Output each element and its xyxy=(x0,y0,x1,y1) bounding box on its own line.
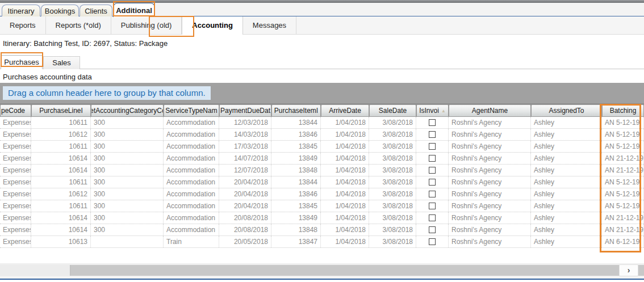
cell-purchaselinei: 10611 xyxy=(31,176,91,188)
table-row[interactable]: Expenses10614300Accommodation12/07/20181… xyxy=(0,165,644,176)
column-header-batching[interactable]: Batching xyxy=(602,104,644,117)
table-row[interactable]: Expenses10614300Accommodation20/08/20181… xyxy=(0,224,644,236)
cell-assignedto: Ashley xyxy=(531,236,602,247)
cell-agentname: Roshni's Agency xyxy=(449,165,531,176)
table-row[interactable]: Expenses10612300Accommodation20/04/20181… xyxy=(0,188,644,200)
isinvoiced-checkbox[interactable] xyxy=(429,167,436,174)
column-header-purchaseitemi[interactable]: PurchaseItemI xyxy=(271,104,321,117)
column-header-purchaselinei[interactable]: PurchaseLineI xyxy=(31,104,91,117)
column-header-isinvoi[interactable]: IsInvoi▲ xyxy=(416,104,449,117)
cell-arrivedate: 1/04/2018 xyxy=(321,200,369,212)
column-header-label: PurchaseItemI xyxy=(274,107,318,115)
cell-agentname: Roshni's Agency xyxy=(449,236,531,247)
tab-sales[interactable]: Sales xyxy=(43,56,80,69)
horizontal-scrollbar[interactable]: › xyxy=(0,263,644,277)
cell-netaccountingcategorycod: 300 xyxy=(91,212,164,224)
cell-agentname: Roshni's Agency xyxy=(449,200,531,212)
subtab-messages[interactable]: Messages xyxy=(243,16,296,34)
main-tab-strip: ItineraryBookingsClientsAdditional xyxy=(0,3,644,16)
column-header-agentname[interactable]: AgentName xyxy=(449,104,531,117)
column-header-label: AssignedTo xyxy=(549,107,584,115)
grid-caption: Purchases accounting data xyxy=(3,73,92,81)
cell-arrivedate: 1/04/2018 xyxy=(321,236,369,247)
cell-saledate: 3/08/2018 xyxy=(369,236,416,247)
cell-servicetypenam: Accommodation xyxy=(164,212,219,224)
tab-bookings[interactable]: Bookings xyxy=(41,5,79,16)
isinvoiced-checkbox[interactable] xyxy=(429,131,436,138)
cell-batching: AN 21-12-19 xyxy=(602,165,644,176)
cell-isinvoi xyxy=(416,176,449,188)
tab-itinerary[interactable]: Itinerary xyxy=(2,5,40,16)
tab-clients[interactable]: Clients xyxy=(80,5,112,16)
cell-pecode: Expenses xyxy=(0,188,31,200)
isinvoiced-checkbox[interactable] xyxy=(429,119,436,126)
table-row[interactable]: Expenses10614300Accommodation20/08/20181… xyxy=(0,212,644,224)
cell-pecode: Expenses xyxy=(0,129,31,140)
isinvoiced-checkbox[interactable] xyxy=(429,203,436,209)
cell-paymentduedat: 20/04/2018 xyxy=(219,200,271,212)
isinvoiced-checkbox[interactable] xyxy=(429,238,436,245)
column-header-saledate[interactable]: SaleDate xyxy=(369,104,416,117)
table-row[interactable]: Expenses10613Train20/05/2018138471/04/20… xyxy=(0,236,644,248)
column-header-assignedto[interactable]: AssignedTo xyxy=(531,104,602,117)
cell-batching: AN 5-12-19 xyxy=(602,141,644,152)
table-row[interactable]: Expenses10611300Accommodation20/04/20181… xyxy=(0,176,644,188)
cell-assignedto: Ashley xyxy=(531,153,602,164)
cell-batching: AN 5-12-19 xyxy=(602,117,644,128)
cell-purchaseitemi: 13844 xyxy=(271,117,321,128)
cell-isinvoi xyxy=(416,129,449,140)
isinvoiced-checkbox[interactable] xyxy=(429,179,436,186)
scrollbar-thumb[interactable] xyxy=(0,265,70,276)
window-bottom-edge xyxy=(0,279,644,280)
cell-batching: AN 5-12-19 xyxy=(602,200,644,212)
tab-purchases[interactable]: Purchases xyxy=(1,55,43,69)
cell-purchaselinei: 10613 xyxy=(31,236,91,247)
cell-purchaselinei: 10612 xyxy=(31,188,91,200)
cell-pecode: Expenses xyxy=(0,200,31,212)
cell-purchaselinei: 10614 xyxy=(31,212,91,224)
cell-netaccountingcategorycod: 300 xyxy=(91,117,164,128)
cell-pecode: Expenses xyxy=(0,224,31,235)
cell-batching: AN 21-12-19 xyxy=(602,224,644,235)
table-row[interactable]: Expenses10611300Accommodation17/03/20181… xyxy=(0,141,644,153)
cell-arrivedate: 1/04/2018 xyxy=(321,117,369,128)
subtab-accounting[interactable]: Accounting xyxy=(182,16,243,35)
table-row[interactable]: Expenses10611300Accommodation12/03/20181… xyxy=(0,117,644,129)
cell-batching: AN 21-12-19 xyxy=(602,153,644,164)
subtab-publishing-old[interactable]: Publishing (old) xyxy=(111,16,182,34)
column-header-label: Batching xyxy=(610,107,637,115)
cell-arrivedate: 1/04/2018 xyxy=(321,188,369,200)
cell-arrivedate: 1/04/2018 xyxy=(321,212,369,224)
cell-arrivedate: 1/04/2018 xyxy=(321,165,369,176)
isinvoiced-checkbox[interactable] xyxy=(429,191,436,197)
subtab-reports[interactable]: Reports xyxy=(0,16,46,34)
tab-additional[interactable]: Additional xyxy=(113,3,155,17)
table-row[interactable]: Expenses10612300Accommodation14/03/20181… xyxy=(0,129,644,141)
scrollbar-track[interactable] xyxy=(0,265,644,276)
cell-isinvoi xyxy=(416,236,449,247)
cell-agentname: Roshni's Agency xyxy=(449,129,531,140)
column-header-arrivedate[interactable]: ArriveDate xyxy=(321,104,369,117)
cell-isinvoi xyxy=(416,153,449,164)
isinvoiced-checkbox[interactable] xyxy=(429,143,436,150)
isinvoiced-checkbox[interactable] xyxy=(429,155,436,162)
column-header-servicetypenam[interactable]: ServiceTypeNam xyxy=(164,104,219,117)
cell-batching: AN 21-12-19 xyxy=(602,212,644,224)
scroll-right-button[interactable]: › xyxy=(619,264,638,276)
cell-saledate: 3/08/2018 xyxy=(369,212,416,224)
grid-header-row: peCodePurchaseLineINetAccountingCategory… xyxy=(0,103,644,117)
cell-netaccountingcategorycod: 300 xyxy=(91,224,164,235)
column-header-pecode[interactable]: peCode xyxy=(0,104,31,117)
cell-servicetypenam: Accommodation xyxy=(164,176,219,188)
cell-purchaseitemi: 13845 xyxy=(271,200,321,212)
subtab-reports-old[interactable]: Reports (*old) xyxy=(46,16,111,34)
cell-purchaseitemi: 13847 xyxy=(271,236,321,247)
table-row[interactable]: Expenses10611300Accommodation20/04/20181… xyxy=(0,200,644,212)
cell-batching: AN 5-12-19 xyxy=(602,129,644,140)
group-by-panel[interactable]: Drag a column header here to group by th… xyxy=(0,83,644,103)
table-row[interactable]: Expenses10614300Accommodation14/07/20181… xyxy=(0,153,644,165)
column-header-netaccountingcategorycod[interactable]: NetAccountingCategoryCod xyxy=(91,104,164,117)
column-header-paymentduedat[interactable]: PaymentDueDat xyxy=(219,104,271,117)
isinvoiced-checkbox[interactable] xyxy=(429,214,436,221)
isinvoiced-checkbox[interactable] xyxy=(429,226,436,233)
